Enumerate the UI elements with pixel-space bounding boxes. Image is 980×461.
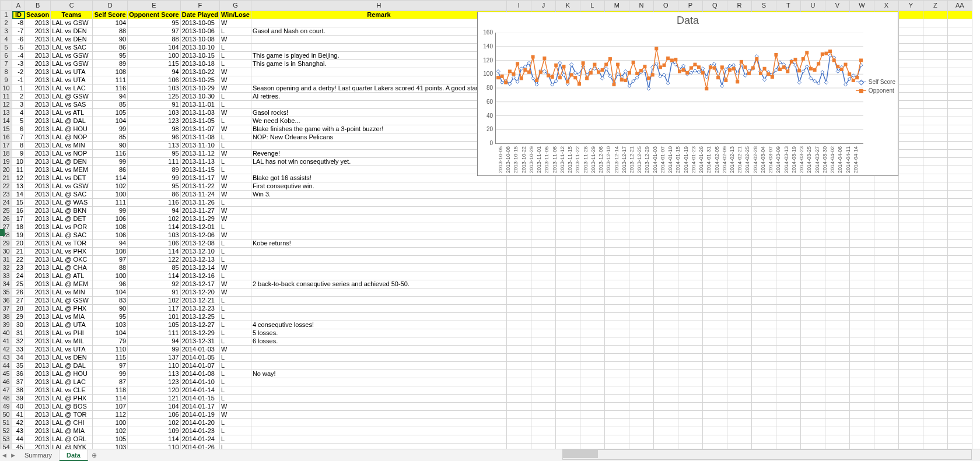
cell[interactable] bbox=[604, 411, 629, 419]
cell[interactable]: Gasol rocks! bbox=[251, 109, 506, 117]
cell[interactable] bbox=[849, 223, 874, 231]
cell[interactable]: 107 bbox=[93, 403, 128, 411]
cell[interactable] bbox=[629, 435, 653, 444]
cell[interactable] bbox=[776, 321, 800, 329]
cell[interactable] bbox=[604, 427, 629, 435]
cell[interactable] bbox=[629, 337, 653, 346]
cell[interactable] bbox=[751, 297, 776, 305]
cell[interactable] bbox=[849, 207, 874, 215]
cell[interactable] bbox=[923, 305, 947, 313]
cell[interactable]: LAL @ BKN bbox=[51, 207, 93, 215]
cell[interactable] bbox=[849, 272, 874, 280]
cell[interactable] bbox=[580, 280, 604, 288]
cell[interactable] bbox=[653, 191, 678, 199]
cell[interactable]: 2013 bbox=[25, 142, 51, 150]
cell[interactable] bbox=[825, 231, 849, 240]
cell[interactable]: 113 bbox=[128, 142, 181, 150]
cell[interactable] bbox=[776, 207, 800, 215]
cell[interactable] bbox=[874, 362, 898, 370]
cell[interactable]: 2013 bbox=[25, 378, 51, 386]
cell[interactable] bbox=[531, 313, 555, 321]
cell[interactable] bbox=[800, 395, 825, 403]
cell[interactable]: 2013-12-16 bbox=[180, 272, 219, 280]
cell[interactable] bbox=[702, 264, 727, 272]
cell[interactable]: 34 bbox=[12, 354, 25, 362]
cell[interactable] bbox=[800, 207, 825, 215]
cell[interactable] bbox=[727, 264, 751, 272]
cell[interactable] bbox=[629, 362, 653, 370]
cell[interactable] bbox=[629, 411, 653, 419]
cell[interactable]: 2013-12-08 bbox=[180, 240, 219, 248]
cell[interactable] bbox=[776, 256, 800, 264]
cell[interactable] bbox=[506, 248, 531, 256]
cell[interactable]: 102 bbox=[128, 419, 181, 427]
cell[interactable] bbox=[629, 207, 653, 215]
cell[interactable] bbox=[604, 337, 629, 346]
cell[interactable]: 2013-12-10 bbox=[180, 248, 219, 256]
cell[interactable]: 2013 bbox=[25, 264, 51, 272]
cell[interactable]: 95 bbox=[128, 182, 181, 191]
cell[interactable]: Revenge! bbox=[251, 150, 506, 158]
cell[interactable] bbox=[947, 11, 972, 19]
cell[interactable] bbox=[776, 337, 800, 346]
row-header-18[interactable]: 18 bbox=[1, 150, 12, 158]
cell[interactable] bbox=[702, 329, 727, 337]
add-sheet-button[interactable]: ⊕ bbox=[88, 452, 101, 459]
cell[interactable] bbox=[849, 248, 874, 256]
cell[interactable] bbox=[923, 215, 947, 223]
cell[interactable]: 114 bbox=[128, 223, 181, 231]
cell[interactable] bbox=[678, 346, 702, 354]
cell[interactable] bbox=[678, 199, 702, 207]
cell[interactable] bbox=[898, 101, 923, 109]
cell[interactable] bbox=[727, 427, 751, 435]
cell[interactable] bbox=[580, 329, 604, 337]
cell[interactable] bbox=[874, 256, 898, 264]
cell[interactable] bbox=[702, 386, 727, 395]
cell[interactable] bbox=[947, 321, 972, 329]
cell[interactable] bbox=[629, 264, 653, 272]
cell[interactable]: Blake got 16 assists! bbox=[251, 174, 506, 182]
cell[interactable] bbox=[776, 199, 800, 207]
cell[interactable]: 2013 bbox=[25, 52, 51, 60]
cell[interactable] bbox=[251, 215, 506, 223]
cell[interactable]: LAL vs CLE bbox=[51, 386, 93, 395]
cell[interactable]: 121 bbox=[128, 395, 181, 403]
cell[interactable] bbox=[849, 191, 874, 199]
cell[interactable]: 2 back-to-back consequtive series and ac… bbox=[251, 280, 506, 288]
cell[interactable]: 9 bbox=[12, 150, 25, 158]
cell[interactable] bbox=[874, 346, 898, 354]
cell[interactable]: 100 bbox=[93, 272, 128, 280]
cell[interactable] bbox=[849, 370, 874, 378]
cell[interactable] bbox=[506, 240, 531, 248]
cell[interactable]: W bbox=[220, 280, 251, 288]
cell[interactable]: L bbox=[220, 362, 251, 370]
cell[interactable] bbox=[506, 403, 531, 411]
cell[interactable]: Kobe returns! bbox=[251, 240, 506, 248]
cell[interactable] bbox=[702, 370, 727, 378]
cell[interactable] bbox=[898, 305, 923, 313]
cell[interactable] bbox=[849, 256, 874, 264]
cell[interactable]: 103 bbox=[128, 231, 181, 240]
cell[interactable]: 99 bbox=[93, 125, 128, 133]
cell[interactable] bbox=[898, 60, 923, 68]
row-header-36[interactable]: 36 bbox=[1, 297, 12, 305]
cell[interactable] bbox=[555, 378, 580, 386]
cell[interactable]: 2013-10-25 bbox=[180, 76, 219, 85]
cell[interactable] bbox=[531, 256, 555, 264]
cell[interactable] bbox=[825, 191, 849, 199]
cell[interactable] bbox=[727, 386, 751, 395]
cell[interactable] bbox=[727, 403, 751, 411]
cell[interactable]: 2014-01-19 bbox=[180, 411, 219, 419]
cell[interactable]: We need Kobe... bbox=[251, 117, 506, 125]
cell[interactable]: LAL vs ATL bbox=[51, 109, 93, 117]
cell[interactable] bbox=[506, 354, 531, 362]
cell[interactable] bbox=[825, 207, 849, 215]
cell[interactable]: LAL @ HOU bbox=[51, 125, 93, 133]
cell[interactable]: 91 bbox=[128, 101, 181, 109]
cell[interactable]: 27 bbox=[12, 297, 25, 305]
cell[interactable] bbox=[849, 411, 874, 419]
cell[interactable] bbox=[653, 215, 678, 223]
cell[interactable]: LAL @ DAL bbox=[51, 117, 93, 125]
cell[interactable] bbox=[874, 199, 898, 207]
cell[interactable]: L bbox=[220, 427, 251, 435]
